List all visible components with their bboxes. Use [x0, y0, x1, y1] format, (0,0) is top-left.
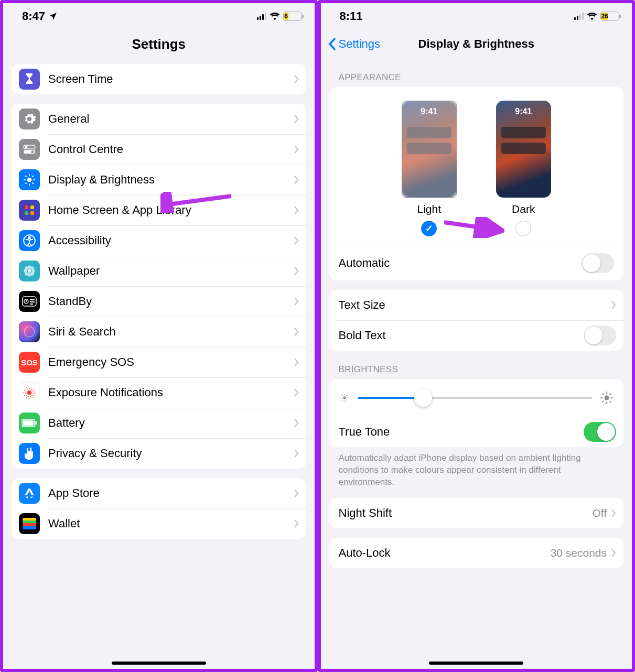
brightness-slider[interactable] [358, 397, 593, 399]
light-label: Light [390, 203, 468, 215]
chevron-right-icon [294, 236, 299, 245]
standby-icon [19, 291, 40, 312]
automatic-toggle[interactable] [582, 253, 614, 273]
svg-point-24 [25, 266, 28, 269]
chevron-right-icon [294, 388, 299, 397]
label: Text Size [339, 298, 611, 312]
svg-line-64 [610, 394, 611, 395]
status-time: 8:47 [22, 9, 45, 23]
back-button[interactable]: Settings [328, 29, 381, 59]
svg-line-61 [602, 394, 604, 395]
svg-line-63 [602, 401, 604, 402]
dark-preview: 9:41 [496, 101, 551, 198]
truetone-toggle[interactable] [584, 422, 616, 442]
row-bold-text[interactable]: Bold Text [329, 320, 624, 351]
label: Wallpaper [48, 264, 294, 278]
label: Bold Text [339, 329, 584, 342]
status-time: 8:11 [340, 9, 363, 23]
dark-label: Dark [484, 203, 563, 215]
settings-screen: 8:47 6 Settings Screen Time General [0, 0, 318, 672]
svg-rect-15 [25, 211, 28, 215]
row-exposure[interactable]: Exposure Notifications [12, 377, 306, 408]
cellular-icon [574, 13, 584, 20]
chevron-right-icon [611, 300, 616, 310]
svg-point-26 [25, 272, 28, 276]
svg-point-1 [25, 146, 28, 148]
svg-rect-45 [23, 526, 36, 529]
svg-line-53 [346, 400, 347, 400]
svg-line-10 [32, 182, 33, 183]
chevron-right-icon [294, 74, 299, 84]
brightness-card: True Tone [329, 379, 624, 447]
svg-rect-16 [30, 211, 34, 215]
chevron-right-icon [294, 327, 299, 337]
label: Wallet [48, 517, 294, 530]
bold-toggle[interactable] [584, 326, 616, 345]
detail-value: Off [592, 507, 607, 519]
exposure-icon [19, 382, 40, 403]
svg-line-11 [25, 182, 26, 183]
light-preview: 9:41 [402, 101, 457, 198]
location-icon [48, 12, 58, 21]
svg-rect-14 [30, 205, 34, 209]
row-screen-time[interactable]: Screen Time [12, 64, 306, 94]
label: General [48, 112, 294, 126]
row-text-size[interactable]: Text Size [329, 290, 624, 320]
row-general[interactable]: General [12, 104, 306, 134]
row-battery[interactable]: Battery [12, 408, 306, 438]
row-night-shift[interactable]: Night Shift Off [329, 498, 624, 528]
radio-dark[interactable] [515, 221, 531, 236]
row-home-screen[interactable]: Home Screen & App Library [12, 195, 306, 225]
row-wallpaper[interactable]: Wallpaper [12, 256, 306, 286]
battery-icon: 26 [600, 12, 619, 21]
row-true-tone[interactable]: True Tone [329, 417, 624, 447]
row-standby[interactable]: StandBy [12, 286, 306, 317]
svg-rect-41 [35, 421, 37, 425]
chevron-right-icon [294, 114, 299, 124]
svg-point-18 [28, 237, 30, 239]
page-title: Display & Brightness [418, 37, 534, 51]
chevron-right-icon [294, 266, 299, 276]
home-indicator [429, 662, 523, 665]
row-auto-lock[interactable]: Auto-Lock 30 seconds [329, 538, 624, 568]
label: Privacy & Security [48, 447, 294, 460]
settings-group-main: General Control Centre Display & Brightn… [12, 104, 306, 469]
text-card: Text Size Bold Text [329, 290, 624, 351]
svg-line-62 [610, 401, 611, 402]
chevron-right-icon [294, 145, 299, 154]
nightshift-card: Night Shift Off [329, 498, 624, 528]
row-privacy[interactable]: Privacy & Security [12, 438, 306, 469]
label: Accessibility [48, 234, 294, 247]
svg-rect-34 [30, 304, 33, 305]
chevron-right-icon [611, 508, 616, 518]
appearance-dark[interactable]: 9:41 Dark [484, 101, 563, 236]
sun-icon [19, 169, 40, 190]
autolock-card: Auto-Lock 30 seconds [329, 538, 624, 568]
row-siri[interactable]: Siri & Search [12, 317, 306, 347]
row-sos[interactable]: SOS Emergency SOS [12, 347, 306, 377]
chevron-right-icon [294, 449, 299, 458]
row-accessibility[interactable]: Accessibility [12, 225, 306, 256]
home-indicator [112, 662, 206, 665]
hourglass-icon [19, 69, 40, 90]
nav-bar: Settings [3, 29, 315, 59]
row-wallet[interactable]: Wallet [12, 508, 306, 539]
hand-icon [19, 443, 40, 464]
chevron-right-icon [294, 357, 299, 367]
svg-rect-32 [30, 299, 35, 300]
row-display-brightness[interactable]: Display & Brightness [12, 165, 306, 195]
slider-thumb[interactable] [414, 389, 432, 407]
display-brightness-screen: 8:11 26 Settings Display & Brightness AP… [318, 0, 636, 672]
row-control-centre[interactable]: Control Centre [12, 134, 306, 165]
svg-point-27 [30, 272, 34, 276]
chevron-right-icon [611, 548, 616, 558]
row-app-store[interactable]: App Store [12, 478, 306, 508]
svg-point-47 [343, 396, 346, 399]
appearance-light[interactable]: 9:41 Light [390, 101, 468, 236]
grid-icon [19, 200, 40, 221]
chevron-right-icon [294, 519, 299, 528]
row-automatic[interactable]: Automatic [329, 246, 624, 280]
radio-light[interactable] [421, 221, 437, 236]
brightness-slider-row [329, 379, 624, 417]
chevron-right-icon [294, 489, 299, 498]
